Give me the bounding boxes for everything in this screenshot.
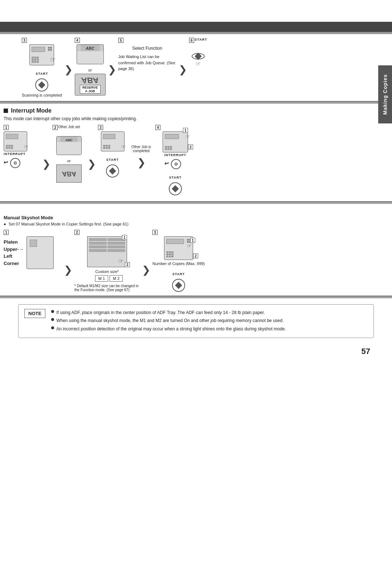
int-arrow-3-4-container: Other Job is completed ❯: [128, 145, 154, 168]
reserve-label-box: RESERVE A JOB: [80, 85, 101, 94]
sky-step3: 3: [152, 230, 205, 292]
step3-start: START: [35, 72, 48, 91]
top-spacer: [0, 0, 392, 22]
int-badge-2: 2: [188, 144, 193, 150]
bullet-dot-2: [51, 318, 54, 321]
int-step45: 4 1 2 ☞: [155, 125, 195, 195]
copier-keypad: [32, 57, 39, 63]
step3-num: 3: [22, 38, 27, 43]
reserve-line1: RESERVE: [82, 86, 98, 89]
int-copier-keypad-45: [165, 146, 172, 150]
reserve-diagram-row: 3 ☞: [18, 34, 359, 101]
diamond-6: [195, 53, 202, 60]
or-label-int: or: [67, 159, 71, 163]
m-buttons: M 1 M 2: [95, 275, 123, 282]
select-function: Select Function: [132, 45, 162, 52]
start-circle-3: [35, 78, 48, 91]
sky-platen-row: Platen Upper-→ Left Corner: [4, 236, 54, 269]
interrupt-label-45: INTERRUPT: [164, 153, 187, 157]
divider-1: [0, 101, 392, 104]
int-copier-screen-3: [103, 134, 115, 139]
copier-screen: [32, 47, 45, 52]
sky-step2-num: 2: [74, 230, 79, 235]
note-label: NOTE: [24, 309, 45, 318]
note-text: If using ADF, place originals in the cen…: [51, 309, 286, 333]
sky-platen-device: [26, 236, 54, 269]
step5-wrapper: 5 Select Function Job Waiting List can b…: [118, 38, 176, 72]
int-inner-circle-1: [14, 162, 17, 164]
sky-start: START: [172, 272, 185, 292]
sky-step2: 2: [74, 230, 140, 292]
start-label-3: START: [36, 72, 48, 76]
sky-copier-keypad: [166, 251, 173, 257]
step6-wrapper: START 6 ☞: [189, 38, 207, 66]
sky-step3-device-wrap: 1 2 ☞: [164, 230, 193, 260]
step3-copier: ☞: [29, 44, 54, 65]
int-copier-45-wrap: 1 2 ☞: [163, 125, 188, 152]
interrupt-section: Interrupt Mode This mode can interrupt o…: [0, 104, 377, 201]
sidebar-tab: Making Copies: [378, 65, 392, 123]
reserve-header: [0, 22, 392, 32]
note-section: NOTE If using ADF, place originals in th…: [18, 304, 374, 338]
int-button-45: INTERRUPT ↩: [164, 153, 187, 169]
sky-step1-num: 1: [4, 230, 9, 235]
sky-step1: 1 Platen Upper-→ Left Corner: [4, 230, 62, 269]
int-copier-keypad-1: [6, 145, 13, 149]
int-circle-row-45: ↩: [164, 158, 181, 169]
int-step1-num: 1: [4, 125, 9, 130]
spacer-2: [0, 204, 392, 211]
bullet-dot-3: [51, 326, 54, 329]
platen-label: Platen Upper-→ Left Corner: [4, 239, 24, 267]
int-start-circle-45: [169, 182, 182, 195]
skyshot-bullet-text: Set 07 Manual Skyshot Mode in Copier Set…: [9, 222, 128, 226]
sky-copier-screen: [166, 239, 184, 244]
sky-badge-1: 1: [122, 235, 127, 240]
diamond-3: [38, 81, 45, 89]
adf-body: [77, 51, 103, 64]
int-button-1: INTERRUPT ↩: [4, 152, 26, 168]
int-diamond-45: [172, 185, 179, 192]
m1-button[interactable]: M 1: [95, 275, 108, 282]
num-copies-area: Number of Copies (Max. 999): [152, 261, 205, 266]
interrupt-title: Interrupt Mode: [4, 107, 374, 114]
int-copier-3: ☞: [101, 131, 124, 151]
sidebar-label: Making Copies: [382, 74, 388, 115]
reserve-line2: A JOB: [85, 89, 95, 93]
note-bullet-3: An incorrect position detection of the o…: [51, 325, 286, 333]
sky-step3-num: 3: [152, 230, 158, 235]
int-arrow-1-2: ❯: [40, 158, 53, 170]
m2-button[interactable]: M 2: [110, 275, 123, 282]
int-aba-display: ABA: [56, 164, 82, 183]
step6-num: 6: [189, 38, 194, 43]
step3-wrapper: 3 ☞: [22, 38, 62, 97]
sky-arrow-2-3: ❯: [140, 264, 152, 276]
interrupt-title-text: Interrupt Mode: [11, 107, 52, 114]
int-start-label-45: START: [169, 176, 181, 179]
note-text-3: An incorrect position detection of the o…: [56, 325, 286, 333]
other-job-set-label: Other Job set: [58, 125, 80, 129]
step5-num: 5: [118, 38, 123, 43]
int-step4-num: 4: [155, 125, 160, 130]
note-text-2: When using the manual skyshot mode, the …: [56, 317, 283, 324]
step6-start-label: START: [195, 38, 207, 41]
int-step2: Other Job set 2 ABC or ABA: [53, 125, 85, 183]
skyshot-note: ● Set 07 Manual Skyshot Mode in Copier S…: [4, 222, 374, 226]
int-arrow-3-4: ❯: [135, 156, 148, 168]
note-bullet-2: When using the manual skyshot mode, the …: [51, 317, 286, 324]
page-wrapper: Making Copies 3: [0, 0, 392, 359]
int-start-3: START: [106, 158, 119, 178]
int-inner-circle-45: [175, 163, 177, 166]
copier-buttons: [48, 47, 52, 51]
step4-num: 4: [75, 38, 80, 43]
int-badge-1: 1: [183, 128, 188, 133]
hand-icon-sky2: ☞: [118, 257, 123, 264]
sky-diamond: [175, 282, 182, 289]
int-adf-body: [57, 142, 81, 155]
arrow-4-5: ❯: [106, 64, 118, 76]
reserve-section: 3 ☞: [0, 34, 377, 101]
step4-adf: ABC: [77, 44, 104, 64]
int-arrow-2-3: ❯: [85, 158, 98, 170]
default-note: * Default M1/M2 size can be changed in t…: [74, 284, 140, 292]
dash-arrow-1: ↩: [4, 159, 8, 165]
int-start-label-3: START: [106, 158, 119, 162]
